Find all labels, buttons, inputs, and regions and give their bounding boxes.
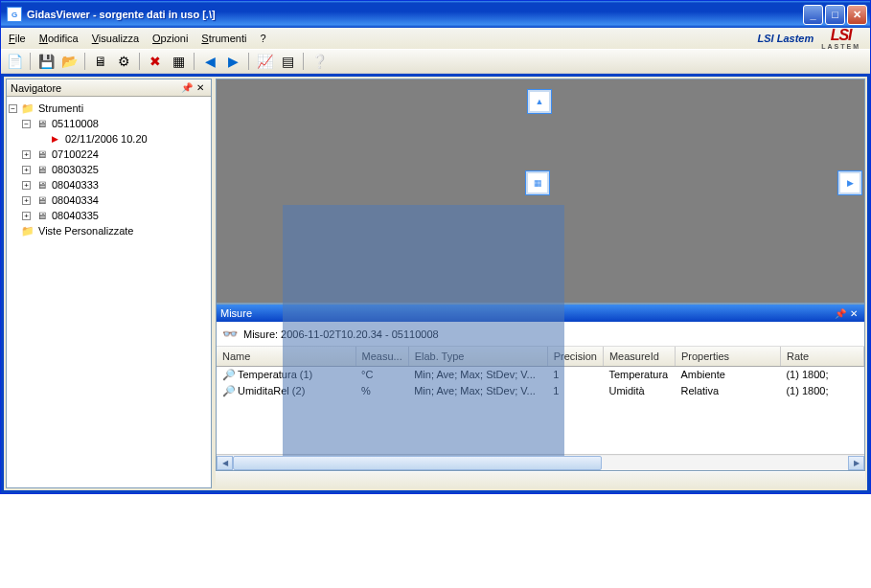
col-measu[interactable]: Measu... [355, 347, 408, 366]
maximize-button[interactable]: □ [825, 5, 845, 25]
chart-icon[interactable]: 📈 [255, 52, 274, 71]
toolbar: 📄 💾 📂 🖥 ⚙ ✖ ▦ ◀ ▶ 📈 ▤ ❔ [1, 49, 870, 74]
tree-item-05110008[interactable]: − 🖥 05110008 [9, 116, 209, 131]
table-icon[interactable]: ▤ [278, 52, 297, 71]
menu-help[interactable]: ? [260, 33, 265, 44]
scroll-thumb[interactable] [233, 456, 602, 470]
table-header-row: Name Measu... Elab. Type Precision Measu… [217, 347, 864, 366]
new-icon[interactable]: 📄 [5, 52, 24, 71]
brand-lsi: LSI [831, 28, 852, 43]
brand-logo: LSI Lastem LSI LASTEM [758, 28, 860, 50]
mdi-canvas: ▲ ▦ ▶ [216, 79, 865, 304]
scroll-right-icon[interactable]: ▶ [848, 456, 864, 470]
glasses-icon: 👓 [222, 327, 238, 341]
separator [84, 53, 85, 70]
expand-icon[interactable]: + [22, 196, 31, 205]
device-icon: 🖥 [34, 178, 49, 192]
separator [248, 53, 249, 70]
tree-item-datetime[interactable]: ▶ 02/11/2006 10.20 [9, 131, 209, 147]
scroll-left-icon[interactable]: ◀ [217, 456, 233, 470]
col-properties[interactable]: Properties [675, 347, 780, 366]
tree-label: 07100224 [52, 148, 99, 160]
cell-rate: (1) 1800; [780, 383, 863, 399]
tree-item-07100224[interactable]: + 🖥 07100224 [9, 147, 209, 162]
misure-title: Misure [220, 307, 834, 319]
expand-icon[interactable]: − [22, 120, 31, 128]
navigator-title: Navigatore [11, 82, 180, 94]
tree: − 📁 Strumenti − 🖥 05110008 ▶ 02/11/2006 … [7, 97, 211, 487]
folder-icon: 📁 [20, 224, 35, 237]
next-icon[interactable]: ▶ [223, 52, 242, 71]
menu-visualizza[interactable]: Visualizza [92, 33, 139, 44]
help-icon[interactable]: ❔ [309, 52, 329, 71]
doc-window-icon[interactable]: ▦ [525, 170, 550, 195]
pin-icon[interactable]: 📌 [180, 81, 194, 95]
pin-icon[interactable]: 📌 [834, 306, 847, 320]
tree-item-08040335[interactable]: + 🖥 08040335 [9, 208, 209, 223]
cell-rate: (1) 1800; [780, 366, 863, 383]
cell-name: UmiditaRel (2) [238, 385, 305, 396]
tree-item-08040334[interactable]: + 🖥 08040334 [9, 192, 209, 208]
brand-text: LSI Lastem [758, 33, 814, 44]
statusbar [216, 471, 865, 488]
cell-name: Temperatura (1) [238, 369, 312, 380]
save-icon[interactable]: 💾 [36, 52, 56, 71]
panel-close-icon[interactable]: ✕ [847, 306, 860, 320]
menu-file[interactable]: File [9, 33, 26, 44]
grid-icon[interactable]: ▦ [169, 52, 188, 71]
cell-prec: 1 [547, 383, 603, 399]
misure-header: Misure 📌 ✕ [217, 305, 864, 322]
menu-opzioni[interactable]: Opzioni [152, 33, 188, 44]
tree-label: 08040333 [52, 179, 99, 191]
open-icon[interactable]: 📂 [59, 52, 79, 71]
expand-icon[interactable]: − [9, 104, 17, 113]
col-measureid[interactable]: MeasureId [603, 347, 675, 366]
cell-elab: Min; Ave; Max; StDev; V... [408, 366, 547, 383]
horizontal-scrollbar[interactable]: ◀ ▶ [217, 454, 864, 470]
app-icon: G [7, 7, 22, 22]
col-elab[interactable]: Elab. Type [408, 347, 547, 366]
tree-custom-views[interactable]: 📁 Viste Personalizzate [9, 223, 209, 238]
window-title: GidasViewer - sorgente dati in uso [.\] [27, 9, 803, 20]
expand-icon[interactable]: + [22, 181, 31, 190]
device-icon: 🖥 [34, 117, 49, 130]
minimize-button[interactable]: _ [803, 5, 823, 25]
gear-icon[interactable]: ⚙ [114, 52, 133, 71]
device-icon[interactable]: 🖥 [91, 52, 110, 71]
col-rate[interactable]: Rate [780, 347, 863, 366]
expand-icon[interactable]: + [22, 166, 31, 174]
measure-icon: 🔎 [222, 385, 236, 396]
misure-panel: Misure 📌 ✕ 👓 Misure: 2006-11-02T10.20.34… [216, 304, 865, 471]
cell-mid: Umidità [603, 383, 675, 399]
tree-item-08030325[interactable]: + 🖥 08030325 [9, 162, 209, 177]
cell-prop: Ambiente [675, 366, 780, 383]
table-row[interactable]: 🔎UmiditaRel (2) % Min; Ave; Max; StDev; … [217, 383, 864, 399]
device-icon: 🖥 [34, 209, 49, 222]
col-name[interactable]: Name [217, 347, 355, 366]
play-icon: ▶ [47, 132, 62, 146]
tree-root[interactable]: − 📁 Strumenti [9, 101, 209, 116]
doc-window-icon[interactable]: ▶ [837, 170, 862, 195]
tree-label: 05110008 [52, 118, 99, 129]
delete-icon[interactable]: ✖ [146, 52, 165, 71]
prev-icon[interactable]: ◀ [200, 52, 219, 71]
navigator-header: Navigatore 📌 ✕ [7, 79, 211, 97]
device-icon: 🖥 [34, 193, 49, 207]
scroll-track[interactable] [233, 456, 848, 470]
table-row[interactable]: 🔎Temperatura (1) °C Min; Ave; Max; StDev… [217, 366, 864, 383]
spacer [9, 227, 17, 236]
close-button[interactable]: ✕ [847, 5, 867, 25]
separator [303, 53, 304, 70]
tree-item-08040333[interactable]: + 🖥 08040333 [9, 177, 209, 192]
expand-icon[interactable]: + [22, 150, 31, 159]
doc-window-icon[interactable]: ▲ [527, 89, 552, 114]
menu-strumenti[interactable]: Strumenti [201, 33, 246, 44]
cell-prop: Relativa [675, 383, 780, 399]
device-icon: 🖥 [34, 147, 49, 161]
cell-prec: 1 [547, 366, 603, 383]
expand-icon[interactable]: + [22, 212, 31, 220]
misure-grid: Name Measu... Elab. Type Precision Measu… [217, 347, 864, 454]
panel-close-icon[interactable]: ✕ [194, 81, 207, 95]
col-precision[interactable]: Precision [547, 347, 603, 366]
menu-modifica[interactable]: Modifica [39, 33, 79, 44]
